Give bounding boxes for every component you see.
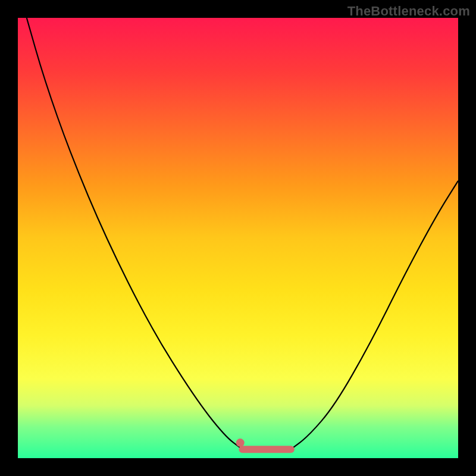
left-curve-line	[27, 18, 243, 449]
plot-area	[18, 18, 458, 458]
bottom-marker-dot	[236, 439, 245, 447]
curve-layer	[18, 18, 458, 458]
right-curve-line	[291, 181, 458, 449]
chart-frame: TheBottleneck.com	[0, 0, 476, 476]
watermark-text: TheBottleneck.com	[347, 4, 470, 19]
